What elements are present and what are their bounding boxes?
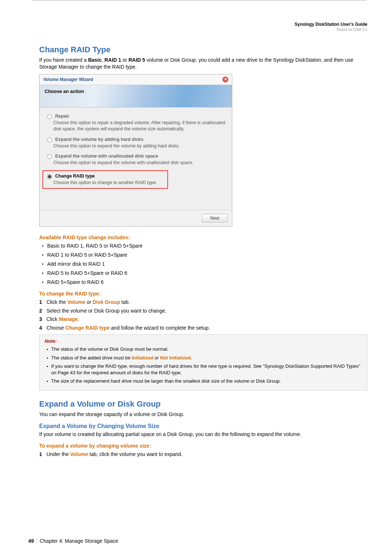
note-item: The status of the volume or Disk Group m…	[45, 346, 362, 353]
option-expand-unalloc[interactable]: Expand the volume with unallocated disk …	[45, 153, 226, 166]
step-1: 1 Click the Volume or Disk Group tab.	[39, 299, 367, 306]
page-footer: 49|Chapter 4: Manage Storage Space	[28, 538, 118, 544]
expand-steps-title: To expand a volume by changing volume si…	[39, 443, 367, 449]
note-item: If you want to change the RAID type, eno…	[45, 363, 362, 376]
page-header: Synology DiskStation User's Guide Based …	[39, 22, 367, 32]
page-number: 49	[28, 538, 34, 544]
chapter-title: Chapter 4: Manage Storage Space	[40, 538, 118, 544]
expand-steps: 1 Under the Volume tab, click the volume…	[39, 451, 367, 458]
note-box: Note: The status of the volume or Disk G…	[39, 334, 367, 391]
wizard-titlebar: Volume Manager Wizard ✕	[40, 74, 232, 85]
step-3: 3 Click Manage.	[39, 316, 367, 323]
option-expand-add[interactable]: Expand the volume by adding hard disks C…	[45, 137, 226, 149]
wizard-banner: Choose an action	[40, 85, 232, 107]
next-button[interactable]: Next	[202, 214, 228, 223]
list-item: RAID 5 to RAID 5+Spare or RAID 6	[39, 270, 367, 277]
list-item: Basic to RAID 1, RAID 5 or RAID 5+Spare	[39, 243, 367, 249]
radio-change-raid[interactable]	[47, 174, 52, 179]
to-change-steps: 1 Click the Volume or Disk Group tab. 2 …	[39, 299, 367, 332]
available-raid-title: Available RAID type change includes:	[39, 235, 367, 240]
expand-sub-intro: If your volume is created by allocating …	[39, 431, 367, 438]
option-repair[interactable]: Repair Choose this option to repair a de…	[45, 113, 226, 132]
to-change-title: To change the RAID type:	[39, 291, 367, 297]
note-item: The size of the replacement hard drive m…	[45, 378, 362, 384]
expand-sub-title: Expand a Volume by Changing Volume Size	[39, 423, 367, 429]
section-change-raid-title: Change RAID Type	[39, 45, 367, 54]
radio-expand-unalloc[interactable]	[47, 154, 52, 159]
step-4: 4 Choose Change RAID type and follow the…	[39, 325, 367, 331]
wizard-body: Repair Choose this option to repair a de…	[40, 107, 232, 210]
wizard-title: Volume Manager Wizard	[43, 77, 93, 82]
close-icon[interactable]: ✕	[222, 77, 228, 82]
volume-manager-wizard: Volume Manager Wizard ✕ Choose an action…	[39, 74, 232, 227]
option-change-raid[interactable]: Change RAID type Choose this option to c…	[42, 170, 168, 189]
note-title: Note:	[45, 338, 362, 344]
guide-sub: Based on DSM 3.1	[337, 28, 367, 32]
section-expand-intro: You can expand the storage capacity of a…	[39, 411, 367, 418]
step-1: 1 Under the Volume tab, click the volume…	[39, 451, 367, 458]
guide-title: Synology DiskStation User's Guide	[295, 22, 367, 27]
list-item: RAID 5+Spare to RAID 6	[39, 279, 367, 286]
section-change-raid-intro: If you have created a Basic, RAID 1 or R…	[39, 57, 367, 70]
radio-expand-add[interactable]	[47, 138, 52, 142]
radio-repair[interactable]	[47, 114, 52, 119]
section-expand-title: Expand a Volume or Disk Group	[39, 399, 367, 409]
available-raid-list: Basic to RAID 1, RAID 5 or RAID 5+Spare …	[39, 243, 367, 285]
list-item: Add mirror disk to RAID 1	[39, 261, 367, 268]
list-item: RAID 1 to RAID 5 or RAID 5+Spare	[39, 252, 367, 258]
wizard-footer: Next	[40, 210, 232, 226]
step-2: 2 Select the volume or Disk Group you wa…	[39, 307, 367, 314]
note-item: The status of the added drive must be In…	[45, 355, 362, 361]
